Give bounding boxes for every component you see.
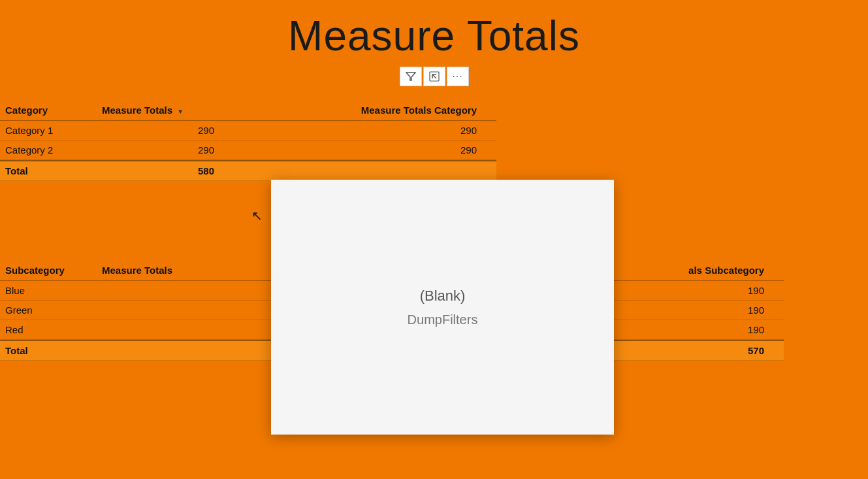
more-icon: ··· bbox=[452, 71, 462, 82]
cell-sub-label: Red bbox=[0, 320, 97, 339]
export-button[interactable] bbox=[423, 67, 445, 86]
cell-sub-measure bbox=[97, 320, 240, 339]
cell-sub-total-label: Total bbox=[0, 341, 97, 360]
cell-measure-totals: 290 bbox=[97, 121, 227, 140]
table-row: Category 2 290 290 bbox=[0, 140, 496, 160]
header-category: Category bbox=[0, 101, 97, 119]
cell-sub-label: Blue bbox=[0, 281, 97, 300]
more-button[interactable]: ··· bbox=[447, 67, 469, 86]
sort-arrow-icon: ▼ bbox=[177, 108, 184, 115]
header-measure-totals-text: Measure Totals bbox=[102, 105, 172, 116]
svg-marker-0 bbox=[406, 73, 415, 80]
popup-tooltip: (Blank) DumpFilters bbox=[271, 180, 614, 435]
export-icon bbox=[429, 71, 440, 82]
cell-measure-totals-cat: 290 bbox=[227, 121, 496, 140]
filter-icon bbox=[406, 71, 416, 82]
cell-sub-total-measure bbox=[97, 341, 240, 360]
cell-measure-totals: 290 bbox=[97, 140, 227, 159]
popup-dumpfilters-label: DumpFilters bbox=[408, 312, 478, 327]
cell-sub-label: Green bbox=[0, 301, 97, 320]
header-measure-totals: Measure Totals ▼ bbox=[97, 101, 227, 119]
table-category: Category Measure Totals ▼ Measure Totals… bbox=[0, 101, 496, 181]
cell-total-cat bbox=[227, 161, 496, 180]
header-subcategory: Subcategory bbox=[0, 261, 97, 279]
cell-sub-measure bbox=[97, 281, 240, 300]
page-title: Measure Totals bbox=[0, 0, 868, 60]
cell-total-value: 580 bbox=[97, 161, 227, 180]
table-row: Category 1 290 290 bbox=[0, 121, 496, 140]
table-category-header: Category Measure Totals ▼ Measure Totals… bbox=[0, 101, 496, 121]
cell-category: Category 1 bbox=[0, 121, 97, 140]
table-row-total: Total 580 bbox=[0, 160, 496, 181]
svg-line-2 bbox=[432, 74, 436, 78]
cell-sub-measure bbox=[97, 301, 240, 320]
cell-category: Category 2 bbox=[0, 140, 97, 159]
popup-blank-label: (Blank) bbox=[420, 288, 466, 305]
cell-measure-totals-cat: 290 bbox=[227, 140, 496, 159]
cell-total-label: Total bbox=[0, 161, 97, 180]
filter-button[interactable] bbox=[400, 67, 422, 86]
toolbar: ··· bbox=[0, 67, 868, 86]
header-measure-totals-category: Measure Totals Category bbox=[227, 101, 496, 119]
header-sub-measure-totals: Measure Totals bbox=[97, 261, 240, 279]
